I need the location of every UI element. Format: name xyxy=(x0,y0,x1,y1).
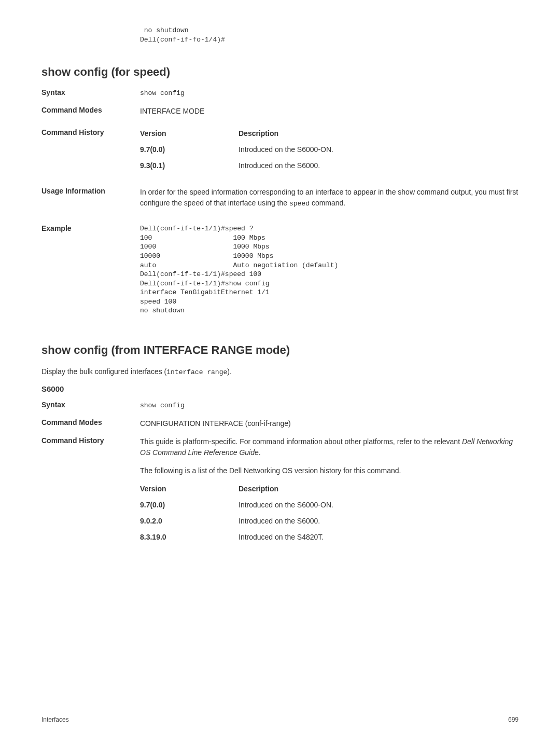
section2-intro: Display the bulk configured interfaces (… xyxy=(41,366,519,378)
footer-left: Interfaces xyxy=(41,716,69,723)
command-modes-label: Command Modes xyxy=(41,106,140,114)
command-history-label: Command History xyxy=(41,128,140,136)
command-modes-label-2: Command Modes xyxy=(41,418,140,426)
version-cell: 9.7(0.0) xyxy=(140,500,239,511)
history-intro-1: This guide is platform-specific. For com… xyxy=(140,436,519,458)
description-header: Description xyxy=(239,128,519,139)
command-modes-value-2: CONFIGURATION INTERFACE (conf-if-range) xyxy=(140,418,519,429)
intro-code-block: no shutdown Dell(conf-if-fo-1/4)# xyxy=(140,26,519,45)
example-code: Dell(conf-if-te-1/1)#speed ? 100 100 Mbp… xyxy=(140,224,519,315)
description-cell: Introduced on the S6000. xyxy=(239,160,519,171)
syntax-value: show config xyxy=(140,88,519,99)
description-cell: Introduced on the S6000-ON. xyxy=(239,144,519,155)
s6000-subheading: S6000 xyxy=(41,384,519,393)
syntax-value-2: show config xyxy=(140,401,519,411)
history-intro-2: The following is a list of the Dell Netw… xyxy=(140,465,519,476)
version-cell: 9.0.2.0 xyxy=(140,516,239,527)
section2-heading: show config (from INTERFACE RANGE mode) xyxy=(41,343,519,357)
example-label: Example xyxy=(41,224,140,232)
description-cell: Introduced on the S4820T. xyxy=(239,532,519,543)
command-modes-value: INTERFACE MODE xyxy=(140,106,519,117)
version-header: Version xyxy=(140,128,239,139)
command-history-label-2: Command History xyxy=(41,436,140,445)
version-header-2: Version xyxy=(140,484,239,494)
syntax-label: Syntax xyxy=(41,88,140,97)
footer-page-number: 699 xyxy=(508,716,519,723)
section1-heading: show config (for speed) xyxy=(41,65,519,79)
version-cell: 9.7(0.0) xyxy=(140,144,239,155)
description-cell: Introduced on the S6000-ON. xyxy=(239,500,519,511)
description-header-2: Description xyxy=(239,484,519,494)
version-cell: 8.3.19.0 xyxy=(140,532,239,543)
usage-info-label: Usage Information xyxy=(41,187,140,195)
syntax-label-2: Syntax xyxy=(41,401,140,409)
version-cell: 9.3(0.1) xyxy=(140,160,239,171)
description-cell: Introduced on the S6000. xyxy=(239,516,519,527)
usage-info-text: In order for the speed information corre… xyxy=(140,187,519,209)
